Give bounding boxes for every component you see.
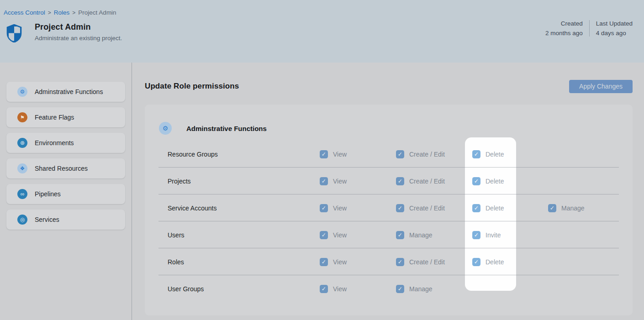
checkbox-service-accounts-manage[interactable]: ✓ Manage xyxy=(548,204,624,212)
role-shield-icon xyxy=(6,24,22,42)
checkbox-checked-icon: ✓ xyxy=(396,177,404,185)
sidebar-item-label: Shared Resources xyxy=(35,165,88,172)
flag-icon: ⚑ xyxy=(17,112,27,122)
checkbox-resource-groups-create-edit[interactable]: ✓ Create / Edit xyxy=(396,150,472,158)
checkbox-checked-icon: ✓ xyxy=(320,204,328,212)
checkbox-checked-icon: ✓ xyxy=(320,258,328,266)
checkbox-checked-icon: ✓ xyxy=(472,150,480,158)
checkbox-users-view[interactable]: ✓ View xyxy=(320,231,396,239)
main-panel: Update Role permissions Apply Changes ⚙ … xyxy=(132,63,644,320)
sidebar-item-label: Feature Flags xyxy=(35,114,74,121)
created-value: 2 months ago xyxy=(545,30,583,37)
resource-name: Projects xyxy=(168,178,320,185)
breadcrumb: Access Control > Roles > Project Admin xyxy=(4,9,644,16)
sidebar-item-label: Services xyxy=(35,216,59,223)
checkbox-users-invite[interactable]: ✓ Invite xyxy=(472,231,548,239)
checkbox-checked-icon: ✓ xyxy=(472,204,480,212)
checkbox-roles-create-edit[interactable]: ✓ Create / Edit xyxy=(396,258,472,266)
checkbox-checked-icon: ✓ xyxy=(396,258,404,266)
checkbox-users-manage[interactable]: ✓ Manage xyxy=(396,231,472,239)
checkbox-user-groups-manage[interactable]: ✓ Manage xyxy=(396,285,472,293)
checkbox-checked-icon: ✓ xyxy=(396,150,404,158)
sidebar-item-pipelines[interactable]: ∞ Pipelines xyxy=(6,184,125,204)
checkbox-resource-groups-view[interactable]: ✓ View xyxy=(320,150,396,158)
last-updated-value: 4 days ago xyxy=(596,30,633,37)
checkbox-checked-icon: ✓ xyxy=(548,204,556,212)
checkbox-checked-icon: ✓ xyxy=(320,285,328,293)
sidebar-item-adminstrative-functions[interactable]: ⚙ Adminstrative Functions xyxy=(6,82,125,102)
checkbox-projects-create-edit[interactable]: ✓ Create / Edit xyxy=(396,177,472,185)
permissions-table: Resource Groups ✓ View ✓ Create / Edit ✓… xyxy=(145,141,633,302)
sidebar-item-label: Environments xyxy=(35,139,74,147)
checkbox-roles-delete[interactable]: ✓ Delete xyxy=(472,258,548,266)
permission-categories-sidebar: ⚙ Adminstrative Functions ⚑ Feature Flag… xyxy=(0,63,132,320)
sidebar-item-label: Adminstrative Functions xyxy=(35,88,103,95)
checkbox-service-accounts-view[interactable]: ✓ View xyxy=(320,204,396,212)
checkbox-roles-view[interactable]: ✓ View xyxy=(320,258,396,266)
checkbox-checked-icon: ✓ xyxy=(472,231,480,239)
checkbox-checked-icon: ✓ xyxy=(320,177,328,185)
gear-icon: ⚙ xyxy=(159,122,172,135)
table-row-projects: Projects ✓ View ✓ Create / Edit ✓ Delete xyxy=(145,168,633,194)
page-subtitle: Administrate an existing project. xyxy=(35,35,122,42)
breadcrumb-roles[interactable]: Roles xyxy=(54,9,70,16)
breadcrumb-separator-icon: > xyxy=(72,10,75,16)
resource-name: Roles xyxy=(168,258,320,266)
gear-icon: ⚙ xyxy=(17,87,27,97)
sidebar-item-feature-flags[interactable]: ⚑ Feature Flags xyxy=(6,107,125,127)
table-row-resource-groups: Resource Groups ✓ View ✓ Create / Edit ✓… xyxy=(145,141,633,168)
section-title: Update Role permissions xyxy=(145,82,239,91)
resource-name: Service Accounts xyxy=(168,205,320,212)
sidebar-item-environments[interactable]: ⊛ Environments xyxy=(6,133,125,153)
checkbox-checked-icon: ✓ xyxy=(320,231,328,239)
checkbox-projects-view[interactable]: ✓ View xyxy=(320,177,396,185)
checkbox-checked-icon: ✓ xyxy=(396,204,404,212)
sidebar-item-services[interactable]: ◎ Services xyxy=(6,210,125,230)
table-row-user-groups: User Groups ✓ View ✓ Manage xyxy=(145,275,633,302)
environments-icon: ⊛ xyxy=(17,138,27,148)
table-row-service-accounts: Service Accounts ✓ View ✓ Create / Edit … xyxy=(145,194,633,221)
checkbox-resource-groups-delete[interactable]: ✓ Delete xyxy=(472,150,548,158)
checkbox-service-accounts-delete[interactable]: ✓ Delete xyxy=(472,204,548,212)
checkbox-service-accounts-create-edit[interactable]: ✓ Create / Edit xyxy=(396,204,472,212)
sidebar-item-shared-resources[interactable]: ❖ Shared Resources xyxy=(6,158,125,178)
breadcrumb-separator-icon: > xyxy=(48,10,51,16)
checkbox-checked-icon: ✓ xyxy=(472,177,480,185)
resource-name: User Groups xyxy=(168,285,320,293)
breadcrumb-access-control[interactable]: Access Control xyxy=(4,9,45,16)
checkbox-checked-icon: ✓ xyxy=(472,258,480,266)
checkbox-checked-icon: ✓ xyxy=(320,150,328,158)
resource-name: Users xyxy=(168,231,320,239)
checkbox-projects-delete[interactable]: ✓ Delete xyxy=(472,177,548,185)
last-updated-label: Last Updated xyxy=(596,20,633,27)
sidebar-item-label: Pipelines xyxy=(35,190,61,198)
role-meta: Created 2 months ago Last Updated 4 days… xyxy=(539,20,633,37)
page-header: Access Control > Roles > Project Admin P… xyxy=(0,0,644,63)
permissions-card: ⚙ Adminstrative Functions Resource Group… xyxy=(145,105,633,315)
table-row-users: Users ✓ View ✓ Manage ✓ Invite xyxy=(145,221,633,248)
created-label: Created xyxy=(545,20,583,27)
checkbox-checked-icon: ✓ xyxy=(396,285,404,293)
checkbox-checked-icon: ✓ xyxy=(396,231,404,239)
resource-name: Resource Groups xyxy=(168,151,320,158)
table-row-roles: Roles ✓ View ✓ Create / Edit ✓ Delete xyxy=(145,248,633,275)
apply-changes-button[interactable]: Apply Changes xyxy=(569,80,633,93)
shared-resources-icon: ❖ xyxy=(17,163,27,173)
pipelines-icon: ∞ xyxy=(17,189,27,199)
breadcrumb-current: Project Admin xyxy=(78,9,116,16)
checkbox-user-groups-view[interactable]: ✓ View xyxy=(320,285,396,293)
card-title: Adminstrative Functions xyxy=(186,125,267,132)
services-icon: ◎ xyxy=(17,215,27,225)
page-title: Project Admin xyxy=(35,22,122,32)
